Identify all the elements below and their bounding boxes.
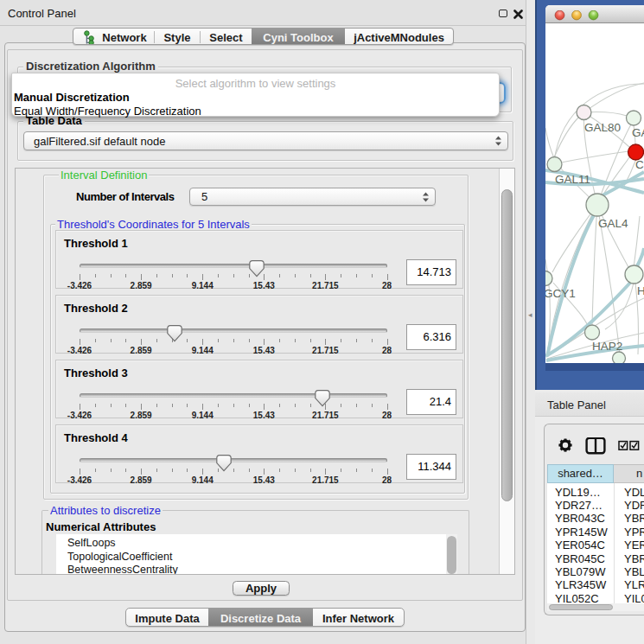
- svg-text:GAL11: GAL11: [555, 173, 590, 186]
- svg-text:HAP2: HAP2: [592, 340, 622, 353]
- svg-text:GAL4: GAL4: [598, 217, 628, 230]
- svg-text:H: H: [637, 284, 644, 297]
- svg-text:C: C: [635, 158, 644, 171]
- svg-text:GA: GA: [632, 126, 644, 139]
- svg-text:GAL80: GAL80: [584, 121, 621, 134]
- svg-text:GCY1: GCY1: [545, 287, 576, 300]
